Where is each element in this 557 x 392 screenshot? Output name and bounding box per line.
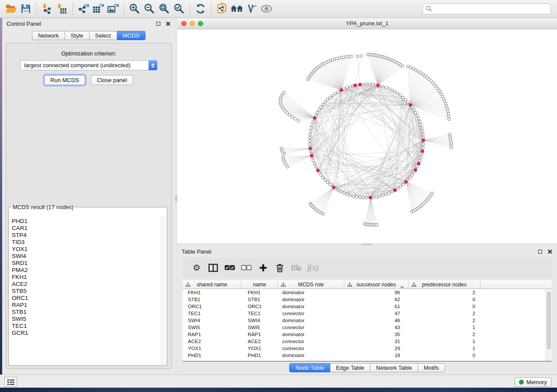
first-neighbors-icon[interactable] bbox=[229, 2, 244, 16]
import-network-icon[interactable] bbox=[40, 2, 55, 16]
table-cell[interactable]: 0 bbox=[408, 352, 481, 359]
close-panel-icon[interactable]: ✕ bbox=[165, 22, 171, 26]
table-cell[interactable]: TEC1 bbox=[242, 310, 278, 317]
hide-selected-icon[interactable] bbox=[244, 2, 259, 16]
mcds-result-item[interactable]: FKH1 bbox=[12, 274, 161, 281]
mcds-result-item[interactable]: STB1 bbox=[12, 309, 161, 316]
table-cell[interactable]: FKH1 bbox=[242, 289, 278, 296]
tab-mcds[interactable]: MCDS bbox=[117, 31, 145, 40]
table-cell[interactable]: SWI5 bbox=[242, 324, 278, 331]
mcds-result-item[interactable]: STP4 bbox=[12, 232, 161, 239]
table-cell[interactable]: SWI5 bbox=[183, 324, 242, 331]
table-cell[interactable]: 1 bbox=[408, 324, 481, 331]
float-panel-icon[interactable] bbox=[538, 250, 542, 254]
table-row[interactable]: FKH1FKH1dominator962 bbox=[183, 289, 552, 296]
table-cell[interactable]: dominator bbox=[278, 303, 344, 310]
mcds-result-item[interactable]: PMA2 bbox=[12, 267, 161, 274]
table-cell[interactable]: 62 bbox=[344, 296, 408, 303]
mcds-result-item[interactable]: RAP1 bbox=[12, 302, 161, 309]
memory-button[interactable]: Memory bbox=[515, 377, 551, 387]
table-cell[interactable]: SWI4 bbox=[183, 317, 242, 324]
zoom-in-icon[interactable] bbox=[127, 2, 142, 16]
run-mcds-button[interactable]: Run MCDS bbox=[44, 75, 85, 85]
table-cell[interactable]: ORC1 bbox=[183, 303, 242, 310]
table-cell[interactable]: dominator bbox=[278, 296, 344, 303]
table-cell[interactable]: 1 bbox=[408, 338, 481, 345]
network-window-titlebar[interactable]: YPA_prune.txt_1 bbox=[177, 18, 557, 29]
export-table-icon[interactable] bbox=[91, 2, 106, 16]
table-cell[interactable]: 0 bbox=[408, 303, 481, 310]
mcds-result-item[interactable]: ACE2 bbox=[12, 281, 161, 288]
table-cell[interactable]: STB1 bbox=[242, 296, 278, 303]
table-row[interactable]: SWI5SWI5connector431 bbox=[183, 324, 552, 331]
search-box[interactable] bbox=[422, 3, 551, 14]
mcds-result-item[interactable]: YOX1 bbox=[12, 246, 161, 253]
table-cell[interactable]: 96 bbox=[344, 289, 408, 296]
float-panel-icon[interactable] bbox=[156, 22, 160, 26]
table-row[interactable]: ACE2ACE2connector311 bbox=[183, 338, 552, 345]
table-cell[interactable]: ACE2 bbox=[183, 338, 242, 345]
table-cell[interactable]: ACE2 bbox=[242, 338, 278, 345]
table-row[interactable]: RAP1RAP1dominator352 bbox=[183, 331, 552, 338]
zoom-fit-icon[interactable] bbox=[157, 2, 172, 16]
network-graph[interactable] bbox=[177, 29, 557, 243]
table-cell[interactable]: TEC1 bbox=[183, 310, 242, 317]
close-panel-icon[interactable]: ✕ bbox=[547, 250, 553, 254]
table-cell[interactable]: 43 bbox=[344, 324, 408, 331]
table-cell[interactable]: dominator bbox=[278, 331, 344, 338]
table-row[interactable]: TEC1TEC1connector472 bbox=[183, 310, 552, 317]
node-table[interactable]: shared namenameMCDS rolesuccessor nodesp… bbox=[183, 280, 552, 361]
tab-select[interactable]: Select bbox=[90, 31, 117, 40]
mcds-result-item[interactable]: STB5 bbox=[12, 288, 161, 295]
search-input[interactable] bbox=[432, 6, 548, 12]
create-new-column-icon[interactable] bbox=[255, 261, 271, 274]
mcds-result-item[interactable]: SWI5 bbox=[12, 316, 161, 323]
table-cell[interactable]: FKH1 bbox=[183, 289, 242, 296]
export-image-icon[interactable] bbox=[106, 2, 121, 16]
show-column-panel-icon[interactable] bbox=[205, 261, 221, 274]
zoom-selected-icon[interactable] bbox=[172, 2, 187, 16]
criterion-dropdown[interactable]: largest connected component (undirected) bbox=[20, 60, 157, 70]
table-cell[interactable]: dominator bbox=[278, 289, 344, 296]
mcds-result-item[interactable]: SWI4 bbox=[12, 253, 161, 260]
column-header-MCDS-role[interactable]: MCDS role bbox=[278, 280, 344, 289]
table-row[interactable]: STB1STB1dominator620 bbox=[183, 296, 552, 303]
table-cell[interactable]: connector bbox=[278, 345, 344, 352]
tab-network-table[interactable]: Network Table bbox=[370, 363, 418, 372]
table-cell[interactable]: 31 bbox=[344, 338, 408, 345]
table-cell[interactable]: ORC1 bbox=[242, 303, 278, 310]
tab-motifs[interactable]: Motifs bbox=[418, 363, 445, 372]
table-cell[interactable]: PHD1 bbox=[242, 352, 278, 359]
table-options-gear-icon[interactable]: ⚙ bbox=[188, 261, 205, 274]
export-network-icon[interactable] bbox=[76, 2, 91, 16]
table-cell[interactable]: 1 bbox=[408, 345, 481, 352]
tab-edge-table[interactable]: Edge Table bbox=[330, 363, 370, 372]
table-row[interactable]: ORC1ORC1dominator610 bbox=[183, 303, 552, 310]
mcds-result-item[interactable]: ORC1 bbox=[12, 295, 161, 302]
column-header-successor-nodes[interactable]: successor nodes bbox=[344, 280, 408, 289]
table-cell[interactable]: 0 bbox=[408, 296, 481, 303]
show-graphics-details-eye-icon[interactable] bbox=[259, 2, 274, 16]
apply-layout-icon[interactable] bbox=[193, 2, 208, 16]
mcds-result-item[interactable]: SRD1 bbox=[12, 260, 161, 267]
table-cell[interactable]: 2 bbox=[408, 317, 481, 324]
close-panel-button[interactable]: Close panel bbox=[91, 75, 133, 85]
mcds-result-list[interactable]: PHD1CAR1STP4TID3YOX1SWI4SRD1PMA2FKH1ACE2… bbox=[9, 217, 161, 365]
table-vertical-scrollbar[interactable] bbox=[546, 289, 552, 361]
table-cell[interactable]: 35 bbox=[344, 331, 408, 338]
table-cell[interactable]: connector bbox=[278, 310, 344, 317]
column-header-shared-name[interactable]: shared name bbox=[183, 280, 242, 289]
table-cell[interactable]: 46 bbox=[344, 317, 408, 324]
mcds-result-item[interactable]: GCR1 bbox=[12, 330, 161, 337]
save-session-icon[interactable] bbox=[18, 2, 33, 16]
zoom-out-icon[interactable] bbox=[142, 2, 157, 16]
table-cell[interactable]: YOX1 bbox=[183, 345, 242, 352]
table-cell[interactable]: 2 bbox=[408, 289, 481, 296]
import-table-icon[interactable] bbox=[55, 2, 69, 16]
table-cell[interactable]: 61 bbox=[344, 303, 408, 310]
tab-style[interactable]: Style bbox=[65, 31, 90, 40]
column-header-predecessor-nodes[interactable]: predecessor nodes bbox=[408, 280, 481, 289]
column-header-name[interactable]: name bbox=[242, 280, 278, 289]
table-cell[interactable]: STB1 bbox=[183, 296, 242, 303]
table-cell[interactable]: 29 bbox=[344, 345, 408, 352]
